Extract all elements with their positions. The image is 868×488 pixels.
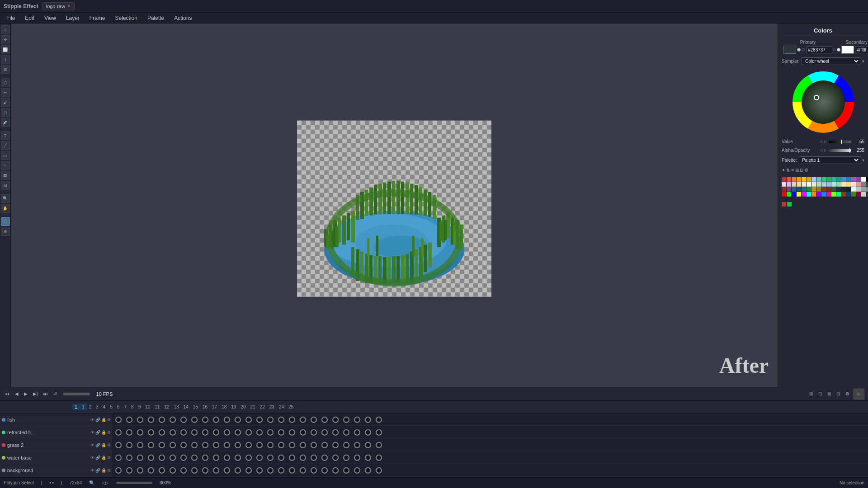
timeline-cell[interactable] <box>189 452 200 463</box>
timeline-cell[interactable] <box>297 414 308 425</box>
palette-cell[interactable] <box>802 182 806 187</box>
sampler-dropdown-icon[interactable]: ▾ <box>862 59 864 64</box>
menu-file[interactable]: File <box>2 14 19 22</box>
palette-cell[interactable] <box>826 192 831 197</box>
timeline-cell[interactable] <box>276 427 287 438</box>
secondary-swatch[interactable] <box>841 46 854 54</box>
timeline-cell[interactable] <box>352 452 363 463</box>
timeline-cell[interactable] <box>178 465 189 476</box>
timeline-cell[interactable] <box>113 414 124 425</box>
palette-cell[interactable] <box>821 182 826 187</box>
layer-settings-icon[interactable]: ⚙ <box>107 418 111 422</box>
layer-visibility-icon[interactable]: 👁 <box>90 443 94 447</box>
tool-hand[interactable]: ✋ <box>1 204 10 213</box>
palette-cell[interactable] <box>841 187 846 192</box>
timeline-cell[interactable] <box>276 452 287 463</box>
palette-cell[interactable] <box>866 182 868 187</box>
layer-link-icon[interactable]: 🔗 <box>95 418 100 422</box>
timeline-cell[interactable] <box>373 465 384 476</box>
timeline-play[interactable]: ▶ <box>23 391 29 397</box>
frame-add-before[interactable]: ⊞ <box>808 391 814 397</box>
alpha-right-arrow[interactable]: ▷ <box>824 148 827 152</box>
menu-selection[interactable]: Selection <box>111 14 142 22</box>
zoom-slider[interactable] <box>116 482 152 484</box>
timeline-cell[interactable] <box>156 427 167 438</box>
palette-cell[interactable] <box>846 177 851 182</box>
secondary-hex-input[interactable] <box>855 47 868 53</box>
palette-cell[interactable] <box>782 177 786 182</box>
timeline-cell[interactable] <box>287 427 297 438</box>
timeline-cell[interactable] <box>276 465 287 476</box>
timeline-cell[interactable] <box>363 440 373 450</box>
palette-cell[interactable] <box>807 177 811 182</box>
tool-extra[interactable]: ⊕ <box>1 227 10 236</box>
timeline-cell[interactable] <box>297 440 308 450</box>
palette-cell[interactable] <box>851 187 856 192</box>
timeline-cell[interactable] <box>276 414 287 425</box>
palette-cell[interactable] <box>797 192 801 197</box>
playback-slider[interactable] <box>63 393 90 395</box>
menu-actions[interactable]: Actions <box>170 14 196 22</box>
layer-settings-icon[interactable]: ⚙ <box>107 468 111 473</box>
primary-hex-input[interactable] <box>806 47 832 53</box>
timeline-cell[interactable] <box>319 440 330 450</box>
timeline-cell[interactable] <box>189 414 200 425</box>
palette-cell[interactable] <box>841 177 846 182</box>
palette-cell[interactable] <box>836 192 841 197</box>
frame-number[interactable]: 19 <box>229 404 238 410</box>
timeline-cell[interactable] <box>156 452 167 463</box>
timeline-cell[interactable] <box>297 452 308 463</box>
timeline-cell[interactable] <box>211 452 222 463</box>
timeline-cell[interactable] <box>297 465 308 476</box>
palette-cell[interactable] <box>836 177 841 182</box>
palette-cell[interactable] <box>856 182 861 187</box>
timeline-cell[interactable] <box>124 465 135 476</box>
palette-cell[interactable] <box>821 177 826 182</box>
palette-cell[interactable] <box>861 177 866 182</box>
layer-lock-icon[interactable]: 🔒 <box>101 455 106 460</box>
timeline-cell[interactable] <box>135 465 146 476</box>
timeline-cell[interactable] <box>243 427 254 438</box>
frame-number[interactable]: 12 <box>162 404 171 410</box>
palette-cell[interactable] <box>851 177 856 182</box>
frame-number[interactable]: 16 <box>200 404 210 410</box>
frame-settings[interactable]: ⚙ <box>844 391 851 397</box>
palette-cell[interactable] <box>866 177 868 182</box>
frame-number[interactable]: 14 <box>181 404 191 410</box>
palette-cell[interactable] <box>816 182 821 187</box>
palette-cell[interactable] <box>846 192 851 197</box>
timeline-cell[interactable] <box>373 414 384 425</box>
palette-cell[interactable] <box>821 192 826 197</box>
timeline-cell[interactable] <box>146 452 156 463</box>
timeline-cell[interactable] <box>363 465 373 476</box>
palette-cell[interactable] <box>856 177 861 182</box>
palette-tool-import[interactable]: ⊞ <box>795 168 799 173</box>
timeline-cell[interactable] <box>156 465 167 476</box>
layer-link-icon[interactable]: 🔗 <box>95 468 100 473</box>
timeline-cell[interactable] <box>222 414 232 425</box>
palette-cell[interactable] <box>836 182 841 187</box>
frame-number[interactable]: 17 <box>210 404 219 410</box>
palette-cell[interactable] <box>846 187 851 192</box>
active-tab[interactable]: logo-raw ✕ <box>42 2 75 10</box>
frame-number[interactable]: 22 <box>258 404 267 410</box>
frame-number[interactable]: 5 <box>108 404 115 410</box>
menu-view[interactable]: View <box>40 14 61 22</box>
palette-cell[interactable] <box>792 182 796 187</box>
timeline-cell[interactable] <box>373 427 384 438</box>
frame-number[interactable]: 18 <box>219 404 229 410</box>
timeline-cell[interactable] <box>124 452 135 463</box>
value-slider-track[interactable] <box>829 141 851 143</box>
frame-number[interactable]: 3 <box>94 404 101 410</box>
palette-cell[interactable] <box>841 182 846 187</box>
timeline-cell[interactable] <box>308 465 319 476</box>
tool-gradient[interactable]: ▦ <box>1 171 10 180</box>
timeline-cell[interactable] <box>211 414 222 425</box>
timeline-cell[interactable] <box>232 427 243 438</box>
timeline-cell[interactable] <box>135 427 146 438</box>
timeline-cell[interactable] <box>222 452 232 463</box>
layer-row[interactable]: fish👁🔗🔒⚙ <box>0 413 113 426</box>
frame-delete[interactable]: ⊟ <box>835 391 841 397</box>
timeline-cell[interactable] <box>373 452 384 463</box>
tool-pencil[interactable]: ✏ <box>1 88 10 97</box>
